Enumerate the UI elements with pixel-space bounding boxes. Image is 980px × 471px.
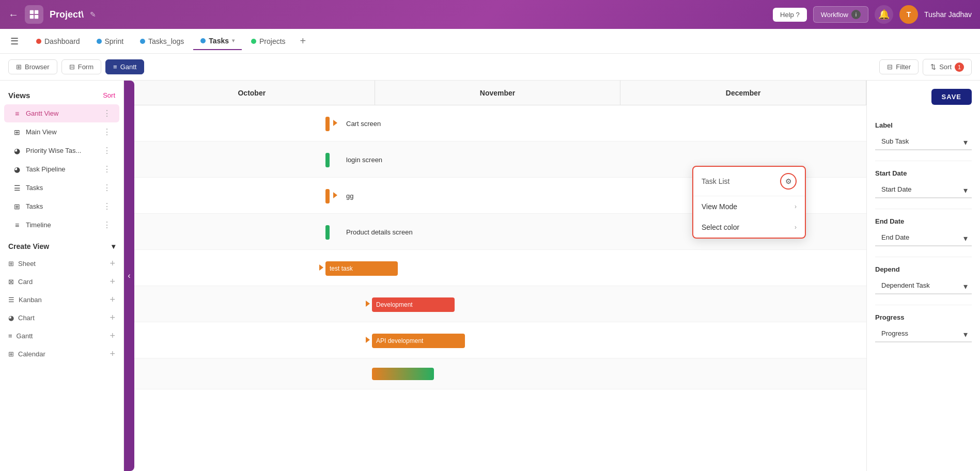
edit-icon[interactable]: ✎ <box>90 10 96 19</box>
create-view-label: Create View <box>8 242 49 250</box>
tab-dot-dashboard <box>36 39 41 44</box>
progress-select[interactable]: Progress <box>875 325 972 342</box>
calendar-label: Calendar <box>18 350 45 358</box>
user-name: Tushar Jadhav <box>924 10 972 19</box>
browser-button[interactable]: ⊞ Browser <box>8 59 57 74</box>
gantt-month-december: December <box>620 81 866 105</box>
create-kanban-icon: ☰ <box>8 296 14 304</box>
project-logo <box>25 5 43 24</box>
sidebar-sort-link[interactable]: Sort <box>103 91 115 99</box>
gantt-add-icon[interactable]: + <box>110 331 115 341</box>
help-button[interactable]: Help ? <box>773 8 807 22</box>
gantt-button[interactable]: ≡ Gantt <box>105 59 144 74</box>
bar-arrow-test <box>319 264 323 271</box>
svg-rect-2 <box>30 15 34 19</box>
main-view-label: Main View <box>26 128 99 136</box>
resize-handle[interactable]: ‹ <box>124 81 134 471</box>
create-gantt-icon: ≡ <box>8 332 12 340</box>
sheet-label: Sheet <box>18 260 36 268</box>
add-tab-button[interactable]: + <box>295 32 312 50</box>
gantt-view-icon: ≡ <box>12 109 22 118</box>
bar-dev-label: Development <box>376 301 413 308</box>
svg-rect-3 <box>35 15 38 19</box>
dropdown-view-mode[interactable]: View Mode › <box>693 196 805 217</box>
calendar-add-icon[interactable]: + <box>110 349 115 359</box>
priority-wise-menu[interactable]: ⋮ <box>103 146 111 155</box>
dropdown-select-color[interactable]: Select color › <box>693 217 805 238</box>
tasks-card-menu[interactable]: ⋮ <box>103 201 111 211</box>
sidebar-item-tasks-kanban[interactable]: ☰ Tasks ⋮ <box>4 179 119 197</box>
sheet-add-icon[interactable]: + <box>110 258 115 269</box>
sidebar-item-main-view[interactable]: ⊞ Main View ⋮ <box>4 123 119 141</box>
gantt-icon: ≡ <box>113 63 117 71</box>
dropdown-header: Task List ⚙ <box>693 167 805 196</box>
notification-button[interactable]: 🔔 <box>875 5 893 24</box>
card-label: Card <box>18 278 33 286</box>
create-view-header[interactable]: Create View ▾ <box>8 242 115 250</box>
timeline-menu[interactable]: ⋮ <box>103 220 111 230</box>
view-mode-label: View Mode <box>702 202 737 211</box>
sort-button[interactable]: ⇅ Sort 1 <box>923 59 972 75</box>
filter-button[interactable]: ⊟ Filter <box>879 59 919 74</box>
create-view-sheet[interactable]: ⊞ Sheet + <box>8 255 115 273</box>
sidebar-item-priority-wise[interactable]: ◕ Priority Wise Tas... ⋮ <box>4 142 119 160</box>
form-button[interactable]: ⊟ Form <box>61 59 101 74</box>
start-date-select[interactable]: Start Date <box>875 181 972 198</box>
panel-progress-field: Progress Progress <box>875 313 972 342</box>
main-view-menu[interactable]: ⋮ <box>103 127 111 137</box>
create-chart-icon: ◕ <box>8 314 14 322</box>
tasks-kanban-label: Tasks <box>26 184 99 192</box>
create-view-calendar[interactable]: ⊞ Calendar + <box>8 345 115 363</box>
create-view-chart[interactable]: ◕ Chart + <box>8 309 115 327</box>
workflow-button[interactable]: Workflow i <box>813 6 868 23</box>
avatar[interactable]: T <box>899 5 918 24</box>
end-date-select[interactable]: End Date <box>875 229 972 246</box>
bar-marker-login <box>325 153 330 167</box>
gantt-row-api: API development <box>129 322 866 358</box>
gantt-row-cart: Cart screen <box>129 105 866 142</box>
chart-add-icon[interactable]: + <box>110 312 115 323</box>
bar-marker-gg <box>325 189 330 203</box>
tab-tasks[interactable]: Tasks ▾ <box>193 33 242 50</box>
bar-api-dev[interactable]: API development <box>372 334 465 348</box>
label-select[interactable]: Sub Task <box>875 133 972 150</box>
tab-bar: ☰ Dashboard Sprint Tasks_logs Tasks ▾ Pr… <box>0 29 980 54</box>
create-view-gantt[interactable]: ≡ Gantt + <box>8 327 115 345</box>
back-button[interactable]: ← <box>8 9 19 21</box>
label-select-wrapper: Sub Task <box>875 133 972 150</box>
tab-tasks-chevron: ▾ <box>232 38 235 43</box>
sidebar-item-task-pipeline[interactable]: ◕ Task Pipeline ⋮ <box>4 160 119 178</box>
gear-circle-button[interactable]: ⚙ <box>780 173 797 190</box>
sidebar-item-timeline[interactable]: ≡ Timeline ⋮ <box>4 216 119 234</box>
tasks-card-label: Tasks <box>26 202 99 210</box>
gantt-area: October November December Cart screen lo… <box>129 81 866 471</box>
bar-development[interactable]: Development <box>372 297 455 312</box>
tab-projects[interactable]: Projects <box>244 33 293 50</box>
create-view-kanban[interactable]: ☰ Kanban + <box>8 291 115 309</box>
dropdown-popup: Task List ⚙ View Mode › Select color › <box>692 166 806 239</box>
create-view-card[interactable]: ⊠ Card + <box>8 273 115 291</box>
kanban-add-icon[interactable]: + <box>110 294 115 305</box>
task-pipeline-label: Task Pipeline <box>26 165 99 173</box>
progress-wrapper: Progress <box>875 325 972 342</box>
gantt-view-menu[interactable]: ⋮ <box>103 108 111 118</box>
select-color-label: Select color <box>702 223 739 231</box>
sidebar-item-gantt-view[interactable]: ≡ Gantt View ⋮ <box>4 104 119 122</box>
tab-tasks-logs[interactable]: Tasks_logs <box>133 33 191 50</box>
gantt-month-october: October <box>129 81 375 105</box>
task-pipeline-icon: ◕ <box>12 165 22 174</box>
main-view-icon: ⊞ <box>12 128 22 136</box>
tasks-kanban-menu[interactable]: ⋮ <box>103 183 111 193</box>
tab-dashboard-label: Dashboard <box>44 37 80 45</box>
tab-tasks-logs-label: Tasks_logs <box>148 37 184 45</box>
depend-select[interactable]: Dependent Task <box>875 277 972 294</box>
task-pipeline-menu[interactable]: ⋮ <box>103 164 111 174</box>
bar-test-task[interactable]: test task <box>325 261 398 276</box>
tab-sprint[interactable]: Sprint <box>89 33 131 50</box>
sidebar-item-tasks-card[interactable]: ⊞ Tasks ⋮ <box>4 197 119 215</box>
tab-dashboard[interactable]: Dashboard <box>29 33 87 50</box>
save-button[interactable]: SAVE <box>931 89 972 105</box>
menu-icon[interactable]: ☰ <box>6 32 23 51</box>
bar-marker-cart <box>325 117 330 131</box>
card-add-icon[interactable]: + <box>110 276 115 287</box>
